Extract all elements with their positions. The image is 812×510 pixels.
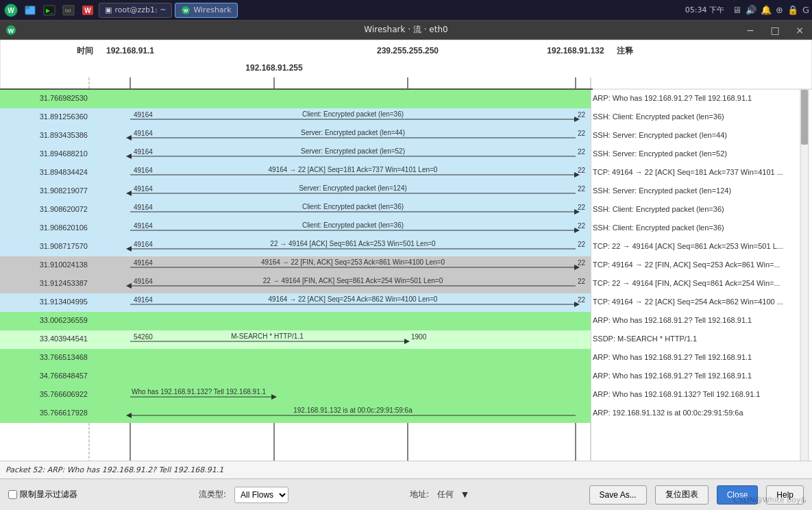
svg-text:ARP: Who has 192.168.91.2? Tel: ARP: Who has 192.168.91.2? Tell 192.168.… [593,316,752,324]
svg-text:Server: Encrypted packet (len=: Server: Encrypted packet (len=44) [301,129,405,136]
svg-text:Server: Encrypted packet (len=: Server: Encrypted packet (len=52) [301,147,405,155]
svg-rect-74 [0,219,591,238]
svg-text:49164: 49164 [134,130,153,137]
svg-rect-66 [0,201,591,219]
watermark: CSDN@White boy& [733,496,807,505]
taskbar-tray: 🖥 🔊 🔔 ⊕ 🔒 G [733,5,809,15]
svg-text:ARP: Who has 192.168.91.2? Tel: ARP: Who has 192.168.91.2? Tell 192.168.… [593,353,752,361]
taskbar-term-icon[interactable]: ▶_ [41,2,58,19]
flow-type-select[interactable]: All FlowsTCPUDP [234,487,288,503]
svg-text:W: W [84,7,91,14]
maximize-button[interactable]: □ [763,21,787,40]
svg-text:49164: 49164 [134,167,153,174]
svg-text:SSH: Client: Encrypted packet : SSH: Client: Encrypted packet (len=36) [593,112,724,121]
taskbar-files-icon[interactable] [22,2,38,19]
window-title: Wireshark · 流 · eth0 [364,24,447,36]
svg-text:49164: 49164 [134,241,153,248]
svg-text:22: 22 [578,204,586,211]
svg-text:49164: 49164 [134,185,153,193]
address-dropdown-icon[interactable]: ▼ [462,490,467,499]
svg-text:31.893435386: 31.893435386 [40,131,88,139]
taskbar: W ▶_ txt W ▣ root@zzb1: ~ W Wir [0,0,812,21]
svg-rect-23 [0,90,591,108]
filter-checkbox-label[interactable]: 限制显示过滤器 [8,489,77,500]
svg-text:192.168.91.132 is at 00:0c:29:: 192.168.91.132 is at 00:0c:29:91:59:6a [293,406,413,414]
flow-diagram-svg: 时间 192.168.91.1 239.255.255.250 192.168.… [0,40,812,461]
svg-text:35.766617928: 35.766617928 [40,409,88,417]
svg-text:49164: 49164 [134,111,153,119]
svg-rect-143 [800,90,809,461]
svg-text:W: W [8,7,14,14]
svg-text:22: 22 [578,222,586,230]
svg-text:31.910024138: 31.910024138 [40,260,88,269]
svg-text:49164 → 22 [ACK] Seq=254 Ack=8: 49164 → 22 [ACK] Seq=254 Ack=862 Win=410… [269,295,438,303]
svg-rect-26 [0,108,591,127]
wireshark-logo: W [5,25,16,36]
svg-text:TCP: 22 → 49164 [FIN, ACK] Seq: TCP: 22 → 49164 [FIN, ACK] Seq=861 Ack=2… [593,279,780,287]
minimize-button[interactable]: − [738,21,763,40]
taskbar-terminal-btn[interactable]: ▣ root@zzb1: ~ [99,3,172,18]
svg-rect-58 [0,182,591,201]
filter-label: 限制显示过滤器 [20,489,77,500]
address-value: 任何 [437,489,454,500]
svg-text:SSH: Client: Encrypted packet : SSH: Client: Encrypted packet (len=36) [593,223,724,232]
svg-text:49164 → 22 [ACK] Seq=181 Ack=7: 49164 → 22 [ACK] Seq=181 Ack=737 Win=410… [269,166,438,173]
svg-text:▶_: ▶_ [46,8,53,14]
ip2-header: 192.168.91.255 [245,63,303,73]
save-as-button[interactable]: Save As... [589,485,647,505]
svg-rect-144 [801,90,808,145]
taskbar-logo[interactable]: W [3,2,19,19]
svg-text:Server: Encrypted packet (len=: Server: Encrypted packet (len=124) [299,184,407,192]
volume-icon[interactable]: 🔊 [746,5,756,15]
svg-text:TCP: 49164 → 22 [ACK] Seq=181 : TCP: 49164 → 22 [ACK] Seq=181 Ack=737 Wi… [593,168,783,176]
svg-text:22: 22 [578,296,586,304]
statusbar: Packet 52: ARP: Who has 192.168.91.2? Te… [0,461,812,478]
notification-icon[interactable]: 🔔 [761,5,772,15]
taskbar-wireshark-btn[interactable]: W Wireshark [175,3,237,18]
svg-text:49164: 49164 [134,296,153,304]
svg-text:txt: txt [65,8,71,14]
svg-rect-42 [0,145,591,164]
svg-text:22 → 49164 [FIN, ACK] Seq=861 : 22 → 49164 [FIN, ACK] Seq=861 Ack=254 Wi… [263,277,443,284]
taskbar-clock: 05:34 下午 [680,5,730,15]
svg-text:49164: 49164 [134,278,153,285]
reset-button[interactable]: 复位图表 [655,485,709,505]
svg-rect-131 [0,386,591,404]
svg-text:49164: 49164 [134,222,153,230]
svg-text:ARP: Who has 192.168.91.132? T: ARP: Who has 192.168.91.132? Tell 192.16… [593,390,760,398]
taskbar-edit-icon[interactable]: txt [60,2,77,19]
chrome-icon[interactable]: G [802,5,809,15]
terminal-icon: ▣ [105,5,112,14]
svg-text:49164: 49164 [134,259,153,267]
svg-text:SSDP: M-SEARCH * HTTP/1.1: SSDP: M-SEARCH * HTTP/1.1 [593,335,697,343]
svg-text:Client: Encrypted packet (len=: Client: Encrypted packet (len=36) [302,221,404,229]
svg-text:1900: 1900 [411,333,427,341]
svg-text:31.913404995: 31.913404995 [40,298,88,306]
update-icon[interactable]: ⊕ [776,5,783,15]
notes-header: 注释 [617,46,634,56]
svg-text:SSH: Server: Encrypted packet : SSH: Server: Encrypted packet (len=52) [593,149,727,158]
svg-text:M-SEARCH * HTTP/1.1: M-SEARCH * HTTP/1.1 [231,332,304,340]
filter-checkbox[interactable] [8,490,17,499]
window-controls: − □ × [738,21,812,40]
svg-text:22: 22 [578,148,586,156]
svg-text:31.908219077: 31.908219077 [40,186,88,195]
svg-text:22: 22 [578,185,586,193]
taskbar-red-icon[interactable]: W [79,2,96,19]
svg-text:22: 22 [578,259,586,267]
ip4-header: 192.168.91.132 [547,46,604,56]
flow-diagram-wrapper[interactable]: 时间 192.168.91.1 239.255.255.250 192.168.… [0,40,812,461]
close-button[interactable]: × [787,21,812,40]
svg-text:22 → 49164 [ACK] Seq=861 Ack=2: 22 → 49164 [ACK] Seq=861 Ack=253 Win=501… [270,240,436,247]
svg-text:ARP: 192.168.91.132 is at 00:0: ARP: 192.168.91.132 is at 00:0c:29:91:59… [593,409,743,417]
svg-text:22: 22 [578,241,586,248]
svg-text:TCP: 22 → 49164 [ACK] Seq=861 : TCP: 22 → 49164 [ACK] Seq=861 Ack=253 Wi… [593,242,783,250]
svg-text:31.908717570: 31.908717570 [40,242,88,250]
monitor-icon[interactable]: 🖥 [733,5,741,15]
address-label: 地址: [410,489,429,500]
svg-text:TCP: 49164 → 22 [ACK] Seq=254 : TCP: 49164 → 22 [ACK] Seq=254 Ack=862 Wi… [593,298,783,306]
main-content: 时间 192.168.91.1 239.255.255.250 192.168.… [0,40,812,510]
lock-icon[interactable]: 🔒 [787,5,798,15]
svg-text:22: 22 [578,130,586,137]
svg-text:22: 22 [578,278,586,285]
